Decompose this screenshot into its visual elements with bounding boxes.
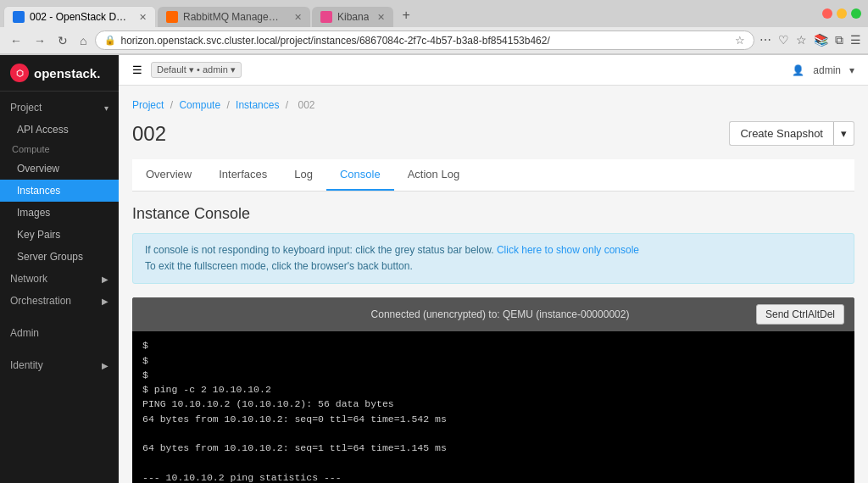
sidebar-item-instances[interactable]: Instances	[0, 180, 119, 202]
sidebar-section-label-network: Network	[10, 273, 47, 285]
tabs-icon[interactable]: ⧉	[835, 33, 843, 47]
heart-icon[interactable]: ♡	[778, 33, 789, 47]
traffic-light-green[interactable]	[851, 8, 861, 19]
traffic-light-yellow[interactable]	[837, 8, 847, 19]
tab-label-rabbitmq: RabbitMQ Management	[183, 11, 286, 23]
traffic-light-red[interactable]	[822, 8, 832, 19]
console-line-7	[142, 426, 844, 441]
page-tabs: Overview Interfaces Log Console Action L…	[132, 159, 854, 192]
sidebar-item-overview[interactable]: Overview	[0, 158, 119, 180]
user-label[interactable]: admin	[813, 64, 841, 76]
browser-chrome: 002 - OpenStack Dashbo... ✕ RabbitMQ Man…	[0, 0, 868, 55]
tab-log-label: Log	[294, 168, 313, 180]
ssl-lock-icon: 🔒	[104, 35, 116, 46]
default-badge[interactable]: Default ▾ • admin ▾	[151, 62, 242, 78]
console-line-3: $	[142, 368, 844, 382]
sidebar-section-label-project: Project	[10, 102, 42, 114]
tab-kibana[interactable]: Kibana ✕	[312, 7, 393, 27]
sidebar-section-header-network[interactable]: Network ▶	[0, 268, 119, 290]
sidebar-item-label-server-groups: Server Groups	[17, 251, 83, 263]
console-line-8: 64 bytes from 10.10.10.2: seq=1 ttl=64 t…	[142, 441, 844, 455]
openstack-logo-icon: ⬡	[10, 64, 29, 82]
tab-action-log[interactable]: Action Log	[394, 159, 473, 191]
sidebar-section-header-project[interactable]: Project ▾	[0, 97, 119, 119]
page-header: 002 Create Snapshot ▾	[132, 121, 854, 146]
admin-topbar-dropdown-arrow: ▾	[231, 64, 236, 75]
tab-console[interactable]: Console	[326, 159, 394, 191]
console-line-9	[142, 455, 844, 469]
tab-interfaces-label: Interfaces	[219, 168, 267, 180]
alert-line1-prefix: If console is not responding to keyboard…	[145, 244, 497, 256]
bookmark-icon[interactable]: ☆	[735, 34, 745, 47]
reload-button[interactable]: ↻	[54, 32, 71, 49]
console-screen[interactable]: $ $ $ $ ping -c 2 10.10.10.2 PING 10.10.…	[132, 331, 854, 483]
admin-topbar-label: admin	[203, 64, 228, 75]
breadcrumb: Project / Compute / Instances / 002	[132, 99, 854, 111]
ctrl-alt-del-button[interactable]: Send CtrlAltDel	[756, 304, 844, 325]
sidebar-section-header-orchestration[interactable]: Orchestration ▶	[0, 290, 119, 312]
new-tab-button[interactable]: +	[395, 3, 416, 27]
sidebar-item-server-groups[interactable]: Server Groups	[0, 246, 119, 268]
alert-console-link[interactable]: Click here to show only console	[497, 244, 639, 256]
star-icon[interactable]: ☆	[796, 33, 807, 47]
forward-button[interactable]: →	[31, 32, 49, 49]
top-bar-hamburger-icon[interactable]: ☰	[132, 64, 142, 76]
default-dropdown-arrow: ▾	[189, 64, 194, 75]
console-line-10: --- 10.10.10.2 ping statistics ---	[142, 470, 844, 483]
tab-close-kibana[interactable]: ✕	[377, 12, 385, 23]
chevron-right-icon-identity: ▶	[102, 361, 108, 370]
extensions-icon[interactable]: ⋯	[760, 33, 771, 47]
default-label: Default	[157, 64, 186, 75]
tab-favicon-rabbitmq	[166, 11, 178, 23]
console-line-5: PING 10.10.10.2 (10.10.10.2): 56 data by…	[142, 397, 844, 411]
alert-line-1: If console is not responding to keyboard…	[145, 242, 842, 258]
create-snapshot-button[interactable]: Create Snapshot	[729, 121, 833, 146]
console-header: Connected (unencrypted) to: QEMU (instan…	[132, 297, 854, 331]
tab-overview-label: Overview	[146, 168, 192, 180]
tab-label-kibana: Kibana	[337, 11, 369, 23]
top-bar-left: ☰ Default ▾ • admin ▾	[132, 62, 242, 78]
tab-label-openstack: 002 - OpenStack Dashbo...	[30, 11, 131, 23]
tab-rabbitmq[interactable]: RabbitMQ Management ✕	[158, 7, 310, 27]
traffic-lights	[822, 8, 861, 19]
breadcrumb-instances[interactable]: Instances	[236, 99, 279, 111]
app: ⬡ openstack. Project ▾ API Access Comput…	[0, 55, 868, 483]
user-dropdown-arrow[interactable]: ▾	[849, 64, 854, 76]
console-line-1: $	[142, 338, 844, 353]
sidebar-section-identity: Identity ▶	[0, 349, 119, 381]
sidebar-section-label-admin: Admin	[10, 327, 39, 339]
address-bar-row: ← → ↻ ⌂ 🔒 horizon.openstack.svc.cluster.…	[0, 27, 868, 54]
breadcrumb-sep-1: /	[170, 99, 176, 111]
sidebar-section-project: Project ▾ API Access Compute Overview In…	[0, 92, 119, 317]
home-button[interactable]: ⌂	[76, 32, 90, 49]
tab-interfaces[interactable]: Interfaces	[205, 159, 281, 191]
tab-log[interactable]: Log	[281, 159, 326, 191]
sidebar-item-api-access[interactable]: API Access	[0, 119, 119, 141]
chevron-right-icon-network: ▶	[102, 275, 108, 284]
address-text: horizon.openstack.svc.cluster.local/proj…	[120, 35, 731, 47]
sidebar-item-images[interactable]: Images	[0, 202, 119, 224]
address-bar[interactable]: 🔒 horizon.openstack.svc.cluster.local/pr…	[95, 31, 754, 50]
tab-overview[interactable]: Overview	[132, 159, 205, 191]
sidebar-section-label-identity: Identity	[10, 359, 43, 371]
tab-close-openstack[interactable]: ✕	[139, 12, 147, 23]
tab-row: 002 - OpenStack Dashbo... ✕ RabbitMQ Man…	[0, 0, 868, 27]
sidebar-item-key-pairs[interactable]: Key Pairs	[0, 224, 119, 246]
menu-icon[interactable]: ☰	[850, 33, 861, 47]
breadcrumb-current: 002	[298, 99, 314, 111]
back-button[interactable]: ←	[7, 32, 25, 49]
tab-close-rabbitmq[interactable]: ✕	[294, 12, 302, 23]
tab-openstack[interactable]: 002 - OpenStack Dashbo... ✕	[3, 6, 156, 27]
create-snapshot-caret[interactable]: ▾	[833, 121, 854, 146]
bookmarks-icon[interactable]: 📚	[814, 33, 828, 47]
user-icon: 👤	[792, 64, 804, 76]
sidebar-item-label-images: Images	[17, 207, 50, 219]
sidebar-section-header-identity[interactable]: Identity ▶	[0, 354, 119, 376]
breadcrumb-compute[interactable]: Compute	[179, 99, 220, 111]
instance-console-title: Instance Console	[132, 205, 854, 223]
sidebar-section-header-admin[interactable]: Admin	[0, 322, 119, 344]
tab-action-log-label: Action Log	[408, 168, 459, 180]
breadcrumb-project[interactable]: Project	[132, 99, 164, 111]
top-bar: ☰ Default ▾ • admin ▾ 👤 admin ▾	[119, 55, 868, 86]
sidebar-item-label-instances: Instances	[17, 185, 60, 197]
